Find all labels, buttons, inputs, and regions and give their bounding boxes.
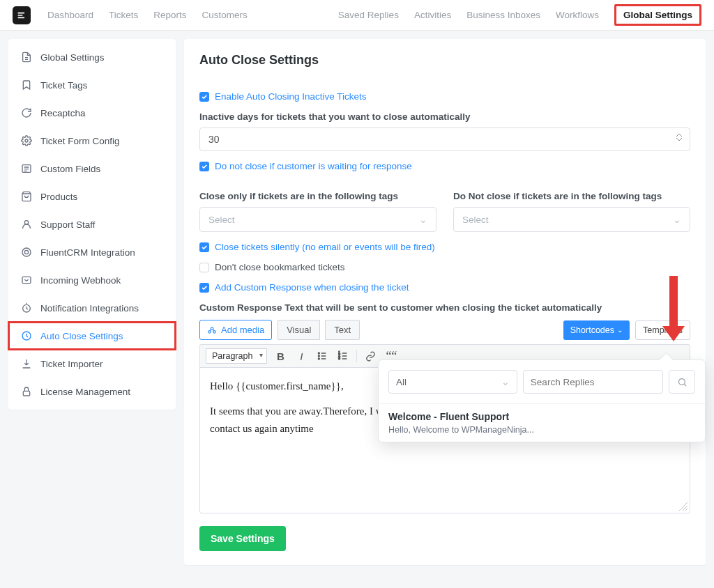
svg-point-0	[25, 139, 28, 142]
shortcodes-button[interactable]: Shortcodes ⌄	[563, 320, 630, 340]
sidebar-item-notification-integrations[interactable]: Notification Integrations	[8, 294, 176, 322]
nav-business-inboxes[interactable]: Business Inboxes	[466, 10, 540, 20]
sidebar-item-label: Ticket Importer	[40, 359, 103, 369]
popover-search-button[interactable]	[669, 370, 695, 394]
sidebar-item-license-management[interactable]: License Management	[8, 378, 176, 405]
template-item[interactable]: Welcome - Fluent Support Hello, Welcome …	[379, 403, 705, 442]
sidebar-item-ticket-form-config[interactable]: Ticket Form Config	[8, 127, 176, 155]
italic-icon[interactable]: I	[294, 348, 309, 364]
editor-top-toolbar: Add media Visual Text Shortcodes ⌄ Templ…	[199, 320, 690, 340]
nav-right-group: Saved Replies Activities Business Inboxe…	[338, 4, 701, 26]
checkbox-close-silently[interactable]: Close tickets silently (no email or even…	[199, 242, 690, 252]
add-media-button[interactable]: Add media	[199, 320, 272, 340]
chevron-down-icon: ⌄	[617, 326, 623, 334]
close-only-tags-select[interactable]: Select ⌄	[199, 207, 436, 232]
popover-filter-select[interactable]: All ⌄	[388, 370, 517, 394]
tab-text[interactable]: Text	[325, 320, 360, 340]
clock-icon	[21, 330, 32, 341]
checkbox-no-close-waiting[interactable]: Do not close if customer is waiting for …	[199, 161, 690, 171]
svg-rect-8	[23, 391, 29, 396]
sidebar-item-support-staff[interactable]: Support Staff	[8, 210, 176, 238]
link-icon[interactable]	[363, 348, 378, 364]
sidebar-item-ticket-importer[interactable]: Ticket Importer	[8, 350, 176, 378]
nav-global-settings[interactable]: Global Settings	[614, 4, 701, 26]
dont-close-tags-label: Do Not close if tickets are in the follo…	[453, 191, 690, 201]
sidebar-item-label: Custom Fields	[40, 164, 100, 174]
nav-activities[interactable]: Activities	[414, 10, 451, 20]
tab-visual[interactable]: Visual	[278, 320, 320, 340]
sidebar-item-incoming-webhook[interactable]: Incoming Webhook	[8, 266, 176, 294]
paragraph-select[interactable]: Paragraph	[206, 348, 267, 364]
sidebar-item-label: Auto Close Settings	[40, 331, 123, 341]
checkbox-label: Close tickets silently (no email or even…	[215, 242, 435, 252]
sidebar-item-global-settings[interactable]: Global Settings	[8, 43, 176, 71]
nav-reports[interactable]: Reports	[153, 10, 186, 20]
checkbox-label: Add Custom Response when closing the tic…	[215, 282, 409, 293]
checkbox-label: Enable Auto Closing Inactive Tickets	[215, 91, 367, 102]
sidebar-item-label: License Management	[40, 387, 130, 397]
nav-tickets[interactable]: Tickets	[109, 10, 138, 20]
settings-sidebar: Global Settings Ticket Tags Recaptcha Ti…	[8, 39, 176, 410]
sidebar-item-recaptcha[interactable]: Recaptcha	[8, 99, 176, 127]
checkbox-add-custom-response[interactable]: Add Custom Response when closing the tic…	[199, 282, 690, 293]
sidebar-item-label: Ticket Tags	[40, 80, 88, 91]
nav-customers[interactable]: Customers	[202, 10, 248, 20]
sidebar-item-ticket-tags[interactable]: Ticket Tags	[8, 71, 176, 99]
main-panel: Auto Close Settings Enable Auto Closing …	[184, 39, 706, 565]
inactive-days-value: 30	[208, 134, 220, 145]
add-media-label: Add media	[221, 325, 264, 335]
sidebar-item-products[interactable]: Products	[8, 183, 176, 210]
sidebar-item-custom-fields[interactable]: Custom Fields	[8, 155, 176, 183]
sidebar-item-label: Ticket Form Config	[40, 136, 120, 146]
bag-icon	[21, 191, 32, 202]
shortcodes-label: Shortcodes	[570, 325, 614, 335]
sidebar-item-label: Support Staff	[40, 219, 96, 230]
inactive-days-input[interactable]: 30	[199, 127, 690, 151]
list-icon	[21, 163, 32, 174]
template-item-snippet: Hello, Welcome to WPManageNinja...	[388, 425, 695, 435]
checkbox-enable-auto-close[interactable]: Enable Auto Closing Inactive Tickets	[199, 91, 690, 102]
close-only-tags-label: Close only if tickets are in the followi…	[199, 191, 436, 201]
svg-point-3	[22, 248, 31, 256]
svg-text:3: 3	[339, 357, 341, 360]
inactive-days-label: Inactive days for tickets that you want …	[199, 111, 690, 122]
numbered-list-icon[interactable]: 123	[335, 348, 351, 364]
checkbox-dont-close-bookmarked[interactable]: Don't close bookmarked tickets	[199, 262, 690, 272]
page-title: Auto Close Settings	[184, 39, 706, 82]
checkbox-label: Do not close if customer is waiting for …	[215, 161, 412, 171]
select-placeholder: Select	[462, 215, 489, 225]
sidebar-item-label: Products	[40, 192, 77, 202]
sidebar-item-label: Recaptcha	[40, 108, 86, 118]
svg-point-14	[319, 358, 320, 359]
bookmark-icon	[21, 79, 32, 91]
sidebar-item-label: FluentCRM Integration	[40, 247, 135, 258]
svg-point-4	[24, 250, 28, 254]
svg-point-9	[211, 327, 213, 330]
bullet-list-icon[interactable]	[314, 348, 330, 364]
nav-left-group: Dashboard Tickets Reports Customers	[47, 10, 248, 20]
webhook-icon	[21, 274, 32, 286]
gear-icon	[21, 135, 32, 146]
resize-grip-icon[interactable]	[679, 502, 688, 511]
bold-icon[interactable]: B	[273, 348, 288, 364]
svg-rect-5	[22, 277, 31, 283]
svg-point-13	[319, 355, 320, 357]
recaptcha-icon	[21, 107, 32, 118]
templates-button[interactable]: Templates	[635, 320, 690, 340]
select-placeholder: Select	[208, 215, 235, 225]
nav-workflows[interactable]: Workflows	[556, 10, 599, 20]
chevron-down-icon: ⌄	[419, 214, 427, 225]
checkbox-icon	[199, 162, 209, 171]
popover-search-input[interactable]	[523, 370, 663, 394]
chevron-down-icon: ⌄	[501, 376, 510, 387]
save-settings-button[interactable]: Save Settings	[199, 526, 286, 551]
app-logo	[13, 6, 31, 24]
separator-icon	[356, 350, 357, 362]
dont-close-tags-select[interactable]: Select ⌄	[453, 207, 690, 232]
sidebar-item-auto-close-settings[interactable]: Auto Close Settings	[8, 322, 176, 350]
nav-saved-replies[interactable]: Saved Replies	[338, 10, 399, 20]
number-spinner-icon[interactable]	[676, 133, 685, 146]
nav-dashboard[interactable]: Dashboard	[47, 10, 93, 20]
sidebar-item-fluentcrm[interactable]: FluentCRM Integration	[8, 238, 176, 266]
template-item-title: Welcome - Fluent Support	[388, 411, 695, 422]
